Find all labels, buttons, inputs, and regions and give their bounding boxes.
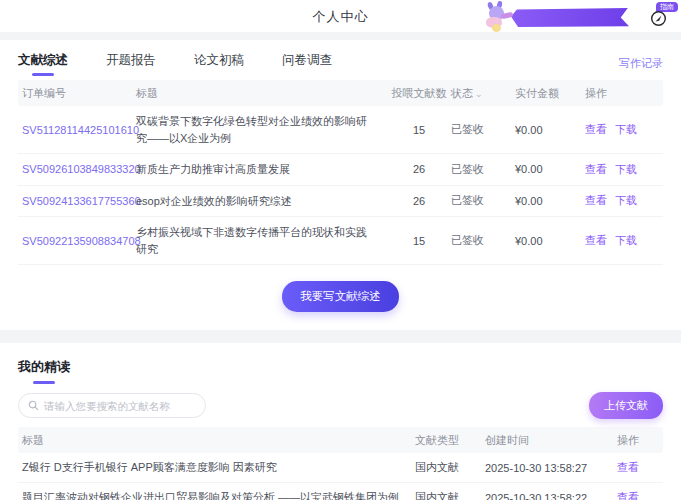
col-status[interactable]: 状态⌄ — [451, 86, 515, 101]
top-header: 个人中心 指南 — [0, 0, 681, 32]
order-doc-count: 26 — [387, 163, 451, 175]
order-row: SV50924133617755360 esop对企业绩效的影响研究综述 26 … — [18, 186, 663, 218]
tab-proposal-report[interactable]: 开题报告 — [106, 52, 156, 76]
order-title: 乡村振兴视域下非遗数字传播平台的现状和实践研究 — [136, 224, 387, 257]
order-amount: ¥0.00 — [515, 235, 585, 247]
order-status: 已签收 — [451, 162, 515, 177]
view-link[interactable]: 查看 — [617, 461, 639, 473]
col-doc-count: 投喂文献数 — [387, 86, 451, 101]
search-box[interactable] — [18, 393, 206, 418]
col-title: 标题 — [136, 85, 387, 102]
mascot-arm — [501, 12, 514, 19]
orders-table-header: 订单编号 标题 投喂文献数 状态⌄ 实付金额 操作 — [18, 80, 663, 106]
order-amount: ¥0.00 — [515, 195, 585, 207]
tab-paper-draft[interactable]: 论文初稿 — [194, 52, 244, 76]
order-title: esop对企业绩效的影响研究综述 — [136, 193, 387, 210]
search-input[interactable] — [44, 400, 196, 412]
order-doc-count: 26 — [387, 195, 451, 207]
my-reading-panel: 我的精读 上传文献 标题 文献类型 创建时间 操作 Z银行 D支行手机银行 AP… — [0, 343, 681, 500]
order-status: 已签收 — [451, 122, 515, 137]
search-icon — [28, 397, 39, 415]
doc-created-time: 2025-10-30 13:58:22 — [485, 492, 617, 500]
order-doc-count: 15 — [387, 235, 451, 247]
view-link[interactable]: 查看 — [585, 234, 607, 246]
mascot-foot — [492, 24, 501, 32]
col-created: 创建时间 — [485, 433, 617, 448]
col-actions: 操作 — [585, 86, 663, 101]
tab-literature-review[interactable]: 文献综述 — [18, 52, 68, 76]
view-link[interactable]: 查看 — [585, 163, 607, 175]
purple-ribbon-banner — [511, 8, 629, 27]
col-order-no: 订单编号 — [18, 86, 136, 101]
col-title: 标题 — [18, 433, 415, 448]
order-title: 新质生产力助推审计高质量发展 — [136, 161, 387, 178]
view-link[interactable]: 查看 — [585, 194, 607, 206]
order-amount: ¥0.00 — [515, 124, 585, 136]
order-title: 双碳背景下数字化绿色转型对企业绩效的影响研究——以X企业为例 — [136, 113, 387, 146]
download-link[interactable]: 下载 — [615, 194, 637, 206]
download-link[interactable]: 下载 — [615, 234, 637, 246]
chevron-down-icon[interactable]: ⌄ — [475, 89, 483, 99]
writing-records-link[interactable]: 写作记录 — [619, 56, 663, 71]
view-link[interactable]: 查看 — [617, 491, 639, 500]
order-number[interactable]: SV50922135908834708 — [18, 235, 136, 247]
literature-review-panel: 文献综述 开题报告 论文初稿 问卷调查 写作记录 订单编号 标题 投喂文献数 状… — [0, 40, 681, 330]
order-status: 已签收 — [451, 233, 515, 248]
reading-row: 题目汇率波动对钢铁企业进出口贸易影响及对策分析 ——以宝武钢铁集团为例 国内文献… — [18, 483, 663, 500]
order-status: 已签收 — [451, 193, 515, 208]
doc-created-time: 2025-10-30 13:58:27 — [485, 462, 617, 474]
order-number[interactable]: SV50924133617755360 — [18, 195, 136, 207]
compass-navigation-icon[interactable] — [650, 10, 667, 27]
reading-row: Z银行 D支行手机银行 APP顾客满意度影响 因素研究 国内文献 2025-10… — [18, 453, 663, 483]
order-number[interactable]: SV50926103849833320 — [18, 163, 136, 175]
col-type: 文献类型 — [415, 433, 485, 448]
order-row: SV51128114425101610 双碳背景下数字化绿色转型对企业绩效的影响… — [18, 106, 663, 154]
col-amount: 实付金额 — [515, 86, 585, 101]
section-title: 我的精读 — [18, 343, 70, 384]
reading-table-header: 标题 文献类型 创建时间 操作 — [18, 427, 663, 453]
doc-type: 国内文献 — [415, 460, 485, 475]
write-literature-review-button[interactable]: 我要写文献综述 — [282, 281, 399, 312]
col-actions: 操作 — [617, 433, 663, 448]
doc-title: Z银行 D支行手机银行 APP顾客满意度影响 因素研究 — [18, 460, 415, 475]
tabs-row: 文献综述 开题报告 论文初稿 问卷调查 写作记录 — [18, 40, 663, 72]
order-number[interactable]: SV51128114425101610 — [18, 124, 136, 136]
order-row: SV50922135908834708 乡村振兴视域下非遗数字传播平台的现状和实… — [18, 217, 663, 265]
order-row: SV50926103849833320 新质生产力助推审计高质量发展 26 已签… — [18, 154, 663, 186]
order-amount: ¥0.00 — [515, 163, 585, 175]
view-link[interactable]: 查看 — [585, 123, 607, 135]
reading-toolbar: 上传文献 — [18, 392, 663, 419]
tab-questionnaire[interactable]: 问卷调查 — [282, 52, 332, 76]
mascot-banner-graphic — [483, 2, 633, 32]
download-link[interactable]: 下载 — [615, 123, 637, 135]
doc-title: 题目汇率波动对钢铁企业进出口贸易影响及对策分析 ——以宝武钢铁集团为例 — [18, 490, 415, 500]
upload-literature-button[interactable]: 上传文献 — [589, 392, 663, 419]
doc-type: 国内文献 — [415, 490, 485, 500]
col-status-label: 状态 — [451, 87, 473, 99]
download-link[interactable]: 下载 — [615, 163, 637, 175]
order-doc-count: 15 — [387, 124, 451, 136]
